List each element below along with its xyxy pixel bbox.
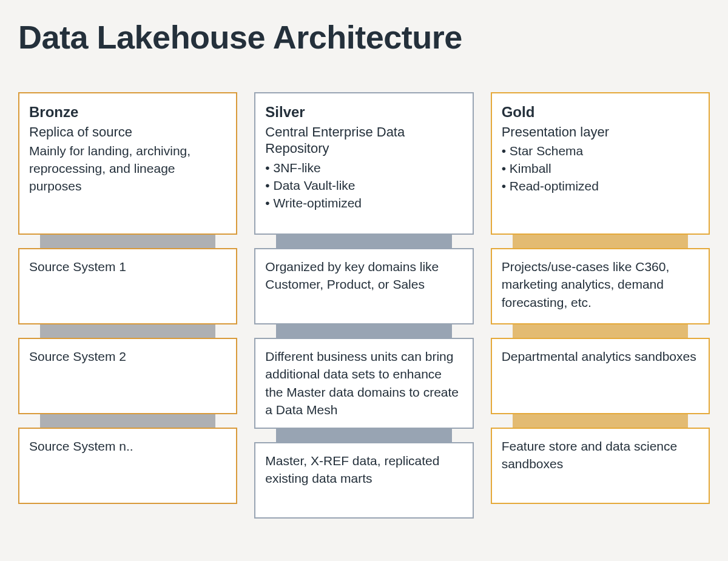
connector	[40, 324, 215, 338]
tier-columns: Bronze Replica of source Mainly for land…	[18, 92, 710, 519]
gold-cell-1: Projects/use-cases like C360, marketing …	[491, 248, 710, 324]
connector	[40, 235, 215, 248]
connector	[513, 414, 688, 428]
gold-title: Gold	[502, 102, 699, 123]
bronze-header-card: Bronze Replica of source Mainly for land…	[18, 92, 237, 235]
connector	[276, 429, 451, 442]
bullet-item: Read-optimized	[502, 178, 699, 195]
gold-header-card: Gold Presentation layer Star Schema Kimb…	[491, 92, 710, 235]
cell-text: Source System n..	[29, 437, 226, 455]
cell-text: Projects/use-cases like C360, marketing …	[502, 258, 699, 311]
cell-text: Source System 1	[29, 258, 226, 275]
silver-column: Silver Central Enterprise Data Repositor…	[254, 92, 473, 519]
silver-cell-3: Master, X-REF data, replicated existing …	[254, 442, 473, 519]
gold-column: Gold Presentation layer Star Schema Kimb…	[491, 92, 710, 519]
gold-cell-2: Departmental analytics sandboxes	[491, 338, 710, 414]
bronze-description: Mainly for landing, archiving, reprocess…	[29, 143, 226, 195]
silver-header-card: Silver Central Enterprise Data Repositor…	[254, 92, 473, 235]
bullet-item: Star Schema	[502, 143, 699, 160]
connector	[513, 235, 688, 248]
silver-bullets: 3NF-like Data Vault-like Write-optimized	[265, 160, 462, 212]
bullet-item: Data Vault-like	[265, 177, 462, 195]
cell-text: Source System 2	[29, 348, 226, 365]
silver-cell-2: Different business units can bring addit…	[254, 338, 473, 429]
bronze-title: Bronze	[29, 102, 226, 123]
silver-subtitle: Central Enterprise Data Repository	[265, 124, 462, 157]
connector	[276, 235, 451, 248]
page-title: Data Lakehouse Architecture	[18, 18, 710, 56]
cell-text: Master, X-REF data, replicated existing …	[265, 452, 462, 488]
connector	[513, 324, 688, 338]
cell-text: Organized by key domains like Customer, …	[265, 258, 462, 294]
bronze-cell-3: Source System n..	[18, 428, 237, 504]
cell-text: Departmental analytics sandboxes	[502, 348, 699, 365]
bronze-cell-1: Source System 1	[18, 248, 237, 324]
silver-title: Silver	[265, 102, 462, 123]
bronze-column: Bronze Replica of source Mainly for land…	[18, 92, 237, 519]
connector	[40, 414, 215, 428]
cell-text: Feature store and data science sandboxes	[502, 437, 699, 473]
bronze-subtitle: Replica of source	[29, 124, 226, 141]
connector	[276, 324, 451, 338]
gold-subtitle: Presentation layer	[502, 124, 699, 141]
bronze-cell-2: Source System 2	[18, 338, 237, 414]
bullet-item: Write-optimized	[265, 195, 462, 212]
gold-cell-3: Feature store and data science sandboxes	[491, 428, 710, 504]
gold-bullets: Star Schema Kimball Read-optimized	[502, 143, 699, 195]
silver-cell-1: Organized by key domains like Customer, …	[254, 248, 473, 324]
cell-text: Different business units can bring addit…	[265, 348, 462, 419]
bullet-item: Kimball	[502, 160, 699, 178]
bullet-item: 3NF-like	[265, 160, 462, 177]
